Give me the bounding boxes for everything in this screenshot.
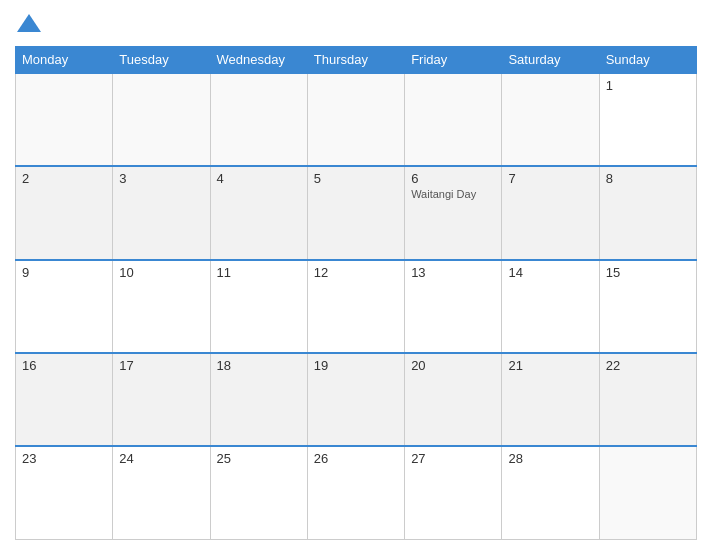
calendar-table: MondayTuesdayWednesdayThursdayFridaySatu… [15, 46, 697, 540]
calendar-cell [405, 73, 502, 166]
logo-icon [15, 10, 43, 38]
day-number: 28 [508, 451, 592, 466]
calendar-cell: 23 [16, 446, 113, 539]
calendar-cell: 28 [502, 446, 599, 539]
calendar-cell: 10 [113, 260, 210, 353]
calendar-cell: 21 [502, 353, 599, 446]
calendar-cell: 11 [210, 260, 307, 353]
calendar-cell: 1 [599, 73, 696, 166]
day-number: 26 [314, 451, 398, 466]
calendar-cell: 20 [405, 353, 502, 446]
column-header-thursday: Thursday [307, 47, 404, 74]
day-number: 22 [606, 358, 690, 373]
calendar-cell: 4 [210, 166, 307, 259]
calendar-cell [16, 73, 113, 166]
calendar-cell: 13 [405, 260, 502, 353]
day-number: 9 [22, 265, 106, 280]
calendar-cell: 15 [599, 260, 696, 353]
day-number: 18 [217, 358, 301, 373]
calendar-cell [599, 446, 696, 539]
week-row-2: 23456Waitangi Day78 [16, 166, 697, 259]
day-number: 13 [411, 265, 495, 280]
column-header-sunday: Sunday [599, 47, 696, 74]
calendar-cell: 3 [113, 166, 210, 259]
svg-rect-2 [25, 24, 33, 32]
day-number: 23 [22, 451, 106, 466]
column-header-tuesday: Tuesday [113, 47, 210, 74]
calendar-cell: 2 [16, 166, 113, 259]
column-header-monday: Monday [16, 47, 113, 74]
column-header-saturday: Saturday [502, 47, 599, 74]
calendar-container: MondayTuesdayWednesdayThursdayFridaySatu… [0, 0, 712, 550]
calendar-cell: 8 [599, 166, 696, 259]
day-number: 16 [22, 358, 106, 373]
day-number: 3 [119, 171, 203, 186]
calendar-cell: 19 [307, 353, 404, 446]
day-number: 11 [217, 265, 301, 280]
calendar-cell: 27 [405, 446, 502, 539]
calendar-cell [502, 73, 599, 166]
day-number: 19 [314, 358, 398, 373]
calendar-cell: 25 [210, 446, 307, 539]
calendar-cell: 6Waitangi Day [405, 166, 502, 259]
calendar-cell [307, 73, 404, 166]
calendar-cell: 16 [16, 353, 113, 446]
day-number: 17 [119, 358, 203, 373]
calendar-cell: 24 [113, 446, 210, 539]
calendar-cell: 17 [113, 353, 210, 446]
week-row-4: 16171819202122 [16, 353, 697, 446]
day-number: 6 [411, 171, 495, 186]
calendar-cell: 7 [502, 166, 599, 259]
day-number: 1 [606, 78, 690, 93]
week-row-5: 232425262728 [16, 446, 697, 539]
day-number: 12 [314, 265, 398, 280]
column-header-wednesday: Wednesday [210, 47, 307, 74]
column-header-friday: Friday [405, 47, 502, 74]
calendar-cell: 5 [307, 166, 404, 259]
header-row: MondayTuesdayWednesdayThursdayFridaySatu… [16, 47, 697, 74]
day-number: 7 [508, 171, 592, 186]
day-number: 21 [508, 358, 592, 373]
logo [15, 10, 47, 38]
calendar-cell: 14 [502, 260, 599, 353]
day-number: 15 [606, 265, 690, 280]
calendar-cell: 12 [307, 260, 404, 353]
week-row-1: 1 [16, 73, 697, 166]
calendar-cell [113, 73, 210, 166]
day-number: 14 [508, 265, 592, 280]
calendar-cell: 22 [599, 353, 696, 446]
holiday-label: Waitangi Day [411, 188, 495, 200]
calendar-cell: 26 [307, 446, 404, 539]
day-number: 8 [606, 171, 690, 186]
day-number: 4 [217, 171, 301, 186]
day-number: 10 [119, 265, 203, 280]
week-row-3: 9101112131415 [16, 260, 697, 353]
calendar-header [15, 10, 697, 38]
day-number: 20 [411, 358, 495, 373]
day-number: 27 [411, 451, 495, 466]
day-number: 24 [119, 451, 203, 466]
day-number: 5 [314, 171, 398, 186]
calendar-cell: 18 [210, 353, 307, 446]
calendar-cell [210, 73, 307, 166]
calendar-cell: 9 [16, 260, 113, 353]
day-number: 2 [22, 171, 106, 186]
day-number: 25 [217, 451, 301, 466]
